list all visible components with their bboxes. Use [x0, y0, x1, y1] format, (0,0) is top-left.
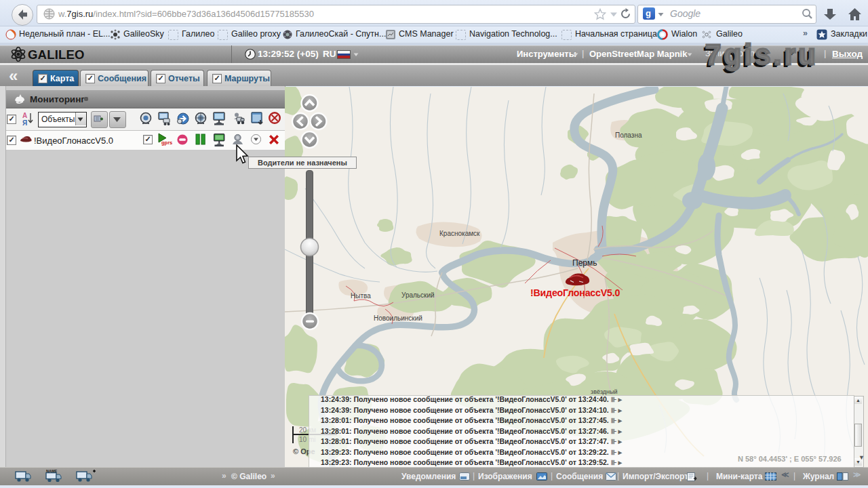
svg-text:Полазна: Полазна [615, 131, 642, 139]
svg-text:Я: Я [22, 119, 27, 127]
svg-text:А: А [22, 112, 27, 119]
svg-text:Краснокамск: Краснокамск [439, 230, 480, 237]
svg-text:Уральский: Уральский [401, 291, 435, 299]
svg-text:Нытва: Нытва [351, 292, 371, 300]
svg-text:gprs: gprs [161, 140, 172, 146]
svg-text:Новоильинский: Новоильинский [374, 314, 422, 322]
svg-text:!ВидеоГлонассV5.0: !ВидеоГлонассV5.0 [530, 287, 620, 298]
svg-text:Пермь: Пермь [572, 258, 597, 268]
svg-text:звёздный: звёздный [591, 388, 618, 395]
